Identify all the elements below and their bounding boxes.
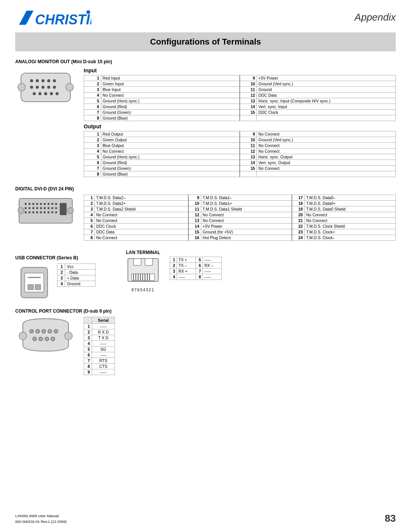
svg-point-11 xyxy=(36,86,39,89)
svg-rect-27 xyxy=(48,203,49,205)
table-row: 8 xyxy=(84,171,101,177)
part-number: 002-000232-01 Rev.1 (12-2009) xyxy=(15,519,67,524)
svg-rect-36 xyxy=(48,207,49,209)
svg-rect-37 xyxy=(51,207,53,209)
vga-connector-svg xyxy=(17,67,74,113)
usb-pin-table: 1 Vcc 2 - Data 3 + Data 4 Ground xyxy=(57,264,96,287)
usb-connector-svg xyxy=(15,264,53,302)
dvi-connector-svg xyxy=(17,195,74,229)
svg-rect-24 xyxy=(36,203,38,205)
svg-point-16 xyxy=(38,92,41,95)
serial-header: Serial xyxy=(92,317,115,324)
output-title: Output xyxy=(84,123,396,129)
svg-point-12 xyxy=(41,86,45,89)
svg-rect-41 xyxy=(32,211,34,213)
svg-rect-34 xyxy=(40,207,42,209)
svg-rect-21 xyxy=(25,203,27,205)
svg-point-10 xyxy=(30,86,33,89)
header: CHRISTIE Appendix xyxy=(0,0,411,32)
control-pin-tables: Serial 1 ----- 2 R X D 3 T X D 4 ----- 5… xyxy=(84,317,115,375)
svg-point-18 xyxy=(50,92,53,95)
svg-point-73 xyxy=(48,329,52,333)
table-row: 7 RTS xyxy=(84,358,115,364)
control-section: CONTROL PORT CONNECTOR (D-sub 9 pin) xyxy=(15,308,396,375)
svg-rect-26 xyxy=(44,203,46,205)
svg-point-75 xyxy=(33,337,37,341)
svg-rect-43 xyxy=(40,211,42,213)
table-row: 2 R X D xyxy=(84,329,115,335)
svg-point-13 xyxy=(47,86,50,89)
table-row: 3 T.M.D.S. Data2 Shield 11 T.M.D.S. Data… xyxy=(84,206,396,212)
serial-pin-table: Serial 1 ----- 2 R X D 3 T X D 4 ----- 5… xyxy=(84,317,115,375)
christie-logo: CHRISTIE xyxy=(15,8,91,29)
analog-connector-row: Input 1 Red Input 9 +5V Power 2 Green In… xyxy=(15,67,396,179)
lan-connector-svg xyxy=(126,257,160,287)
table-row: 3 + Data xyxy=(57,275,96,281)
svg-rect-40 xyxy=(29,211,30,213)
table-row: 6 ----- xyxy=(84,352,115,358)
usb-lan-row: USB CONNECTOR (Series B) 1 Vcc 2 - Data xyxy=(15,250,396,302)
svg-rect-28 xyxy=(51,203,53,205)
svg-rect-54 xyxy=(35,284,41,290)
input-title: Input xyxy=(84,67,396,73)
table-row: 3 xyxy=(84,143,101,149)
svg-rect-38 xyxy=(55,207,57,209)
lan-section: LAN TERMINAL xyxy=(126,250,222,292)
usb-block: USB CONNECTOR (Series B) 1 Vcc 2 - Data xyxy=(15,250,96,302)
svg-point-7 xyxy=(41,79,45,82)
control-connector-row: Serial 1 ----- 2 R X D 3 T X D 4 ----- 5… xyxy=(15,317,396,375)
table-row: 7 DDC Data 15 Ground (for +5V) 23 T.M.D.… xyxy=(84,229,396,235)
table-row: 2 xyxy=(84,137,101,143)
table-row: 4 Ground xyxy=(57,281,96,287)
table-row: 8 xyxy=(84,115,101,121)
table-row: 5 SG xyxy=(84,347,115,352)
svg-rect-39 xyxy=(25,211,27,213)
table-row: 1 ----- xyxy=(84,324,115,329)
table-row: 1 xyxy=(84,75,101,81)
table-row: 2 T.M.D.S. Data2+ 10 T.M.D.S. Data1+ 18 … xyxy=(84,201,396,206)
svg-point-71 xyxy=(36,329,40,333)
svg-point-76 xyxy=(39,337,43,341)
lan-connector-drawing: 87654321 xyxy=(126,257,160,292)
svg-point-1 xyxy=(86,10,90,14)
table-row: 4 ----- 8 ----- xyxy=(170,274,222,280)
svg-rect-25 xyxy=(40,203,42,205)
table-row: 1 xyxy=(84,131,101,137)
table-row: 2 - Data xyxy=(57,270,96,275)
table-row: 6 DDC Clock 14 +5V Power 22 T.M.D.S. Clo… xyxy=(84,224,396,229)
svg-rect-53 xyxy=(28,284,33,290)
table-row: 4 No Connect 12 No Connect 20 No Connect xyxy=(84,212,396,218)
svg-rect-48 xyxy=(60,203,67,215)
manual-name: LX505/LX605 User Manual xyxy=(15,513,67,519)
table-row: 2 TX – 6 RX – xyxy=(170,263,222,268)
svg-rect-44 xyxy=(44,211,46,213)
table-row: 6 xyxy=(84,104,101,110)
control-section-header: CONTROL PORT CONNECTOR (D-sub 9 pin) xyxy=(15,308,396,314)
dvi-connector-image xyxy=(15,195,76,229)
table-row: 3 xyxy=(84,87,101,93)
table-row: 1 TX + 5 ----- xyxy=(170,257,222,263)
dvi-pin-tables: 1 T.M.D.S. Data2– 9 T.M.D.S. Data1– 17 T… xyxy=(84,195,396,243)
page-title: Configurations of Terminals xyxy=(23,37,388,47)
table-row: 4 xyxy=(84,93,101,98)
vga-connector-image xyxy=(15,67,76,113)
table-row: 2 xyxy=(84,81,101,87)
lan-pin-table: 1 TX + 5 ----- 2 TX – 6 RX – 3 RX + 7 --… xyxy=(170,257,222,280)
table-row: 7 xyxy=(84,110,101,115)
svg-rect-29 xyxy=(55,203,57,205)
svg-rect-23 xyxy=(32,203,34,205)
svg-point-72 xyxy=(42,329,46,333)
dvi-section: DIGITAL DVI-D (DVI 24 PIN) xyxy=(15,186,396,243)
appendix-label: Appendix xyxy=(355,11,396,23)
svg-point-5 xyxy=(30,79,33,82)
control-connector-image xyxy=(15,317,76,355)
table-row: 3 T X D xyxy=(84,335,115,341)
dvi-connector-row: 1 T.M.D.S. Data2– 9 T.M.D.S. Data1– 17 T… xyxy=(15,195,396,243)
svg-rect-47 xyxy=(55,211,57,213)
footer-left: LX505/LX605 User Manual 002-000232-01 Re… xyxy=(15,513,67,524)
svg-rect-33 xyxy=(36,207,38,209)
svg-rect-42 xyxy=(36,211,38,213)
svg-rect-30 xyxy=(25,207,27,209)
page-number: 83 xyxy=(385,513,396,524)
svg-point-78 xyxy=(51,337,55,341)
